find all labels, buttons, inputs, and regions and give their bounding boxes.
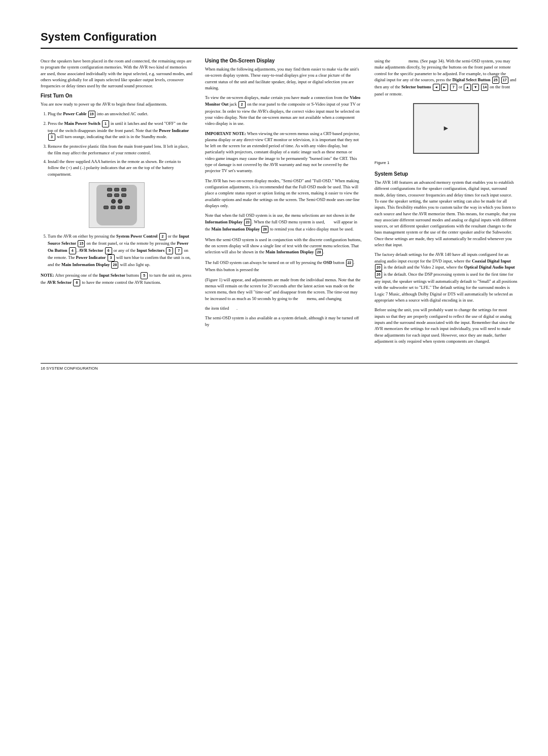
figure-1-display: ► xyxy=(413,103,479,154)
icon-19: 19 xyxy=(88,111,95,118)
osd-para-5: Note that when the full OSD system is in… xyxy=(205,212,362,233)
right-column: using the menu. (See page 34). With the … xyxy=(374,58,518,348)
selector-buttons-label: Selector buttons xyxy=(401,84,431,89)
first-turn-on-intro: You are now ready to power up the AVR to… xyxy=(41,101,193,107)
icon-2b: 2 xyxy=(238,101,246,108)
middle-column: Using the On-Screen Display When making … xyxy=(205,58,362,348)
coaxial-digital-label: Coaxial Digital Input xyxy=(472,258,511,264)
remote-btn-round-2 xyxy=(118,199,122,204)
first-turn-on-heading: First Turn On xyxy=(41,93,193,98)
system-setup-heading: System Setup xyxy=(374,171,518,177)
remote-btn-5 xyxy=(114,193,119,197)
osd-para-2: To view the on-screen displays, make cer… xyxy=(205,94,362,126)
icon-up: ▲ xyxy=(464,84,471,91)
icon-28: 28 xyxy=(111,261,118,269)
using-osd-heading: Using the On-Screen Display xyxy=(205,58,362,63)
osd-para-10: The semi-OSD system is also available as… xyxy=(205,315,362,327)
main-columns: Once the speakers have been placed in th… xyxy=(41,58,518,348)
icon-20: 20 xyxy=(375,264,382,271)
main-power-label: Main Power Switch xyxy=(64,121,100,126)
icon-15: 15 xyxy=(78,240,85,247)
icon-4: 4 xyxy=(69,247,76,254)
main-info-display-label-2: Main Information Display xyxy=(212,226,260,232)
remote-btn-round-1 xyxy=(111,199,116,204)
note-paragraph: NOTE: After pressing one of the Input Se… xyxy=(41,272,193,286)
icon-5: 5 xyxy=(166,247,173,254)
power-indicator-label-2: Power Indicator xyxy=(76,255,106,260)
icon-5b: 5 xyxy=(141,272,148,279)
icon-28c: 28 xyxy=(316,249,323,256)
system-power-label: System Power Control xyxy=(116,234,157,239)
main-info-display-label: Main Information Display xyxy=(61,262,110,267)
icon-down: ▼ xyxy=(472,84,479,91)
remote-row-4 xyxy=(104,206,130,209)
remote-image-container xyxy=(41,182,193,228)
footer-left: 16 SYSTEM CONFIGURATION xyxy=(41,366,98,371)
osd-para-4: The AVR has two on-screen display modes,… xyxy=(205,178,362,209)
footer-bar: 16 SYSTEM CONFIGURATION xyxy=(41,363,518,371)
osd-important-note: IMPORTANT NOTE: When viewing the on-scre… xyxy=(205,130,362,174)
page: System Configuration Once the speakers h… xyxy=(0,0,548,756)
icon-26: 26 xyxy=(375,271,382,278)
remote-btn-4 xyxy=(107,193,112,197)
remote-body xyxy=(96,185,137,225)
step-2: Press the Main Power Switch 1 in until i… xyxy=(48,120,193,141)
monitor-arrow: ► xyxy=(442,124,450,133)
icon-7: 7 xyxy=(175,247,182,254)
osd-para-9: the item titled . xyxy=(205,305,362,311)
page-title: System Configuration xyxy=(41,30,518,49)
remote-btn-3 xyxy=(121,188,126,191)
intro-paragraph: Once the speakers have been placed in th… xyxy=(41,58,193,89)
icon-right: ► xyxy=(441,84,448,91)
remote-row-3 xyxy=(111,199,122,204)
icon-left: ◄ xyxy=(433,84,440,91)
remote-btn-6 xyxy=(121,193,126,197)
avr-selector-label: AVR Selector xyxy=(79,248,104,253)
remote-row-2 xyxy=(107,193,126,197)
system-setup-para-3: Before using the unit, you will probably… xyxy=(374,307,518,344)
osd-para-7: The full OSD system can always be turned… xyxy=(205,259,362,273)
icon-23: 23 xyxy=(244,219,251,226)
remote-btn-7 xyxy=(104,206,109,209)
osd-para-8: (Figure 1) will appear, and adjustments … xyxy=(205,277,362,302)
icon-14: 14 xyxy=(481,84,488,91)
osd-para-6: When the semi-OSD system is used in conj… xyxy=(205,237,362,256)
digital-select-btn-label: Digital Select Button xyxy=(452,77,490,82)
note-label: NOTE: xyxy=(41,273,54,278)
icon-2: 2 xyxy=(159,233,166,240)
left-column: Once the speakers have been placed in th… xyxy=(41,58,193,348)
osd-para-1: When making the following adjustments, y… xyxy=(205,66,362,91)
icon-1: 1 xyxy=(102,120,109,127)
avr-selector-label-note: AVR Selector xyxy=(47,280,72,285)
remote-btn-1 xyxy=(107,188,112,191)
remote-btn-8 xyxy=(111,206,116,209)
remote-btn-2 xyxy=(114,188,119,191)
icon-22: 22 xyxy=(346,259,353,267)
remote-image xyxy=(89,182,145,228)
right-top-para: using the menu. (See page 34). With the … xyxy=(374,58,518,97)
icon-3: 3 xyxy=(48,134,55,141)
figure-label: Figure 1 xyxy=(374,160,518,166)
step-4: Install the three supplied AAA batteries… xyxy=(48,158,193,177)
step-5: Turn the AVR on either by pressing the S… xyxy=(48,233,193,269)
icon-25: 25 xyxy=(492,77,499,84)
setup-steps: Plug the Power Cable 19 into an unswitch… xyxy=(41,111,193,177)
input-selector-label-note: Input Selector xyxy=(99,273,125,278)
power-indicator-label: Power Indicator xyxy=(159,128,189,133)
important-note-label: IMPORTANT NOTE: xyxy=(205,131,246,136)
input-selectors-label: Input Selectors xyxy=(136,248,164,253)
main-info-display-label-3: Main Information Display xyxy=(265,249,314,254)
power-cable-label: Power Cable xyxy=(63,111,86,116)
system-setup-para-1: The AVR 140 features an advanced memory … xyxy=(374,179,518,248)
setup-steps-cont: Turn the AVR on either by pressing the S… xyxy=(41,233,193,269)
icon-17: 17 xyxy=(501,77,508,84)
video-monitor-label: Video Monitor Out xyxy=(205,95,360,106)
step-3: Remove the protective plastic film from … xyxy=(48,143,193,156)
remote-btn-10 xyxy=(125,206,130,209)
remote-btn-9 xyxy=(118,206,123,209)
icon-6b: 6 xyxy=(73,279,80,286)
step-1: Plug the Power Cable 19 into an unswitch… xyxy=(48,111,193,118)
icon-7b: 7 xyxy=(450,84,457,91)
info-display-label: Information Display xyxy=(205,219,243,224)
optical-digital-label: Optical Digital Audio Input xyxy=(464,265,515,270)
